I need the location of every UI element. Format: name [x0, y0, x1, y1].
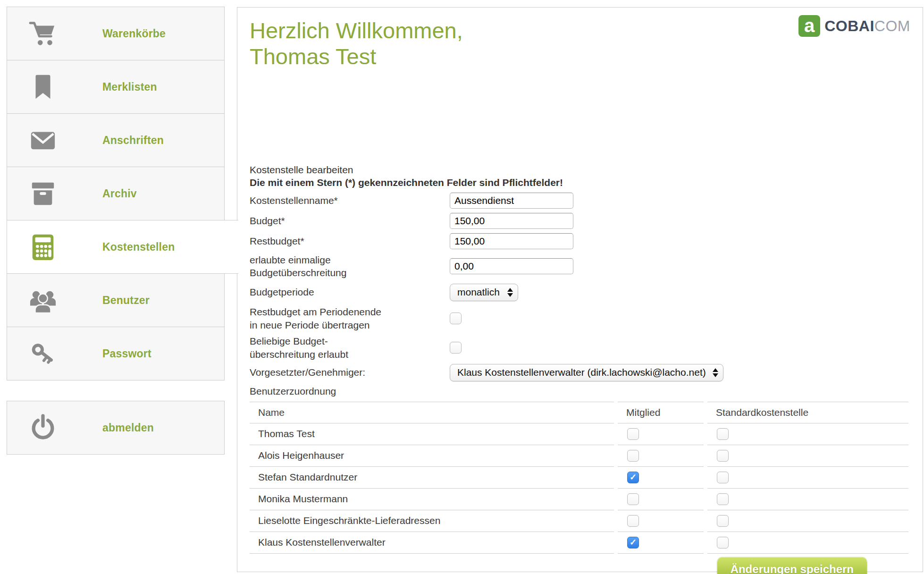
sidebar-item-archiv[interactable]: Archiv [7, 167, 225, 220]
kostenstelle-form: Kostenstelle bearbeiten Die mit einem St… [250, 164, 915, 574]
page: { "colors": { "accent_green": "#8ca93d",… [0, 0, 924, 574]
table-row: Monika Mustermann [250, 489, 908, 510]
required-fields-note: Die mit einem Stern (*) gekennzeichneten… [250, 177, 915, 188]
standardkostenstelle-checkbox[interactable] [717, 493, 729, 505]
calculator-icon [25, 233, 61, 261]
mitglied-checkbox[interactable] [627, 493, 639, 505]
logo-mark-icon: a [798, 15, 820, 37]
column-header-standardkostenstelle: Standardkostenstelle [707, 402, 908, 423]
sidebar-item-label: Archiv [102, 187, 137, 200]
vorgesetzter-label: Vorgesetzter/Genehmiger: [250, 366, 450, 379]
logo-text-light: COM [874, 17, 910, 35]
archive-icon [25, 180, 61, 207]
standardkostenstelle-checkbox[interactable] [717, 537, 729, 549]
page-title: Herzlich Willkommen, Thomas Test [250, 18, 463, 70]
save-changes-button[interactable]: Änderungen speichern [717, 557, 867, 574]
sidebar-item-label: Anschriften [102, 134, 164, 147]
table-row: Stefan Standardnutzer [250, 467, 908, 489]
sidebar-item-kostenstellen[interactable]: Kostenstellen [7, 220, 238, 274]
column-header-mitglied: Mitglied [618, 402, 704, 423]
mitglied-checkbox[interactable] [627, 428, 639, 440]
cart-icon [25, 20, 61, 47]
budgetueberschreitung-label: erlaubte einmalige Budgetüberschreitung [250, 253, 450, 279]
sidebar: Warenkörbe Merklisten Anschriften Archiv [7, 7, 225, 455]
vorgesetzter-select[interactable]: Klaus Kostenstellenverwalter (dirk.lacho… [450, 364, 723, 381]
kostenstellenname-input[interactable] [450, 193, 573, 209]
benutzerzuordnung-table: Name Mitglied Standardkostenstelle Thoma… [246, 402, 912, 554]
user-name: Lieselotte Eingeschränkte-Lieferadressen [250, 510, 614, 532]
sidebar-item-label: Merklisten [102, 81, 157, 93]
user-name: Alois Heigenhauser [250, 445, 614, 467]
budgetperiode-label: Budgetperiode [250, 286, 450, 298]
brand-logo: a COBAICOM [798, 15, 910, 37]
page-title-line2: Thomas Test [250, 44, 463, 70]
standardkostenstelle-checkbox[interactable] [717, 515, 729, 527]
table-row: Thomas Test [250, 423, 908, 445]
sidebar-item-abmelden[interactable]: abmelden [7, 401, 225, 455]
restbudget-label: Restbudget* [250, 235, 450, 247]
users-icon [25, 287, 61, 314]
budgetueberschreitung-input[interactable] [450, 258, 573, 274]
user-name: Thomas Test [250, 423, 614, 445]
table-header-row: Name Mitglied Standardkostenstelle [250, 402, 908, 423]
standardkostenstelle-checkbox[interactable] [717, 450, 729, 462]
user-name: Stefan Standardnutzer [250, 467, 614, 489]
sidebar-item-label: Warenkörbe [102, 27, 166, 40]
table-row: Lieselotte Eingeschränkte-Lieferadressen [250, 510, 908, 532]
mitglied-checkbox[interactable] [627, 515, 639, 527]
benutzerzuordnung-label: Benutzerzuordnung [250, 386, 915, 397]
envelope-icon [25, 127, 61, 154]
user-name: Klaus Kostenstellenverwalter [250, 532, 614, 554]
main-panel: Herzlich Willkommen, Thomas Test a COBAI… [237, 7, 923, 572]
mitglied-checkbox[interactable] [627, 472, 639, 483]
budget-label: Budget* [250, 214, 450, 227]
sidebar-item-benutzer[interactable]: Benutzer [7, 273, 225, 327]
logo-text-bold: COBAI [824, 17, 874, 35]
restbudget-uebertrag-checkbox[interactable] [450, 312, 462, 324]
select-stepper-icon [713, 368, 718, 377]
sidebar-item-label: abmelden [102, 422, 154, 434]
sidebar-item-warenkoerbe[interactable]: Warenkörbe [7, 7, 225, 60]
table-row: Alois Heigenhauser [250, 445, 908, 467]
budgetperiode-select[interactable]: monatlich [450, 284, 518, 301]
key-icon [25, 339, 61, 368]
form-title: Kostenstelle bearbeiten [250, 164, 915, 176]
restbudget-input[interactable] [450, 233, 573, 249]
standardkostenstelle-checkbox[interactable] [717, 428, 729, 440]
standardkostenstelle-checkbox[interactable] [717, 472, 729, 483]
sidebar-item-label: Passwort [102, 347, 151, 360]
sidebar-item-label: Kostenstellen [102, 241, 175, 253]
user-name: Monika Mustermann [250, 489, 614, 510]
power-icon [25, 414, 61, 442]
page-title-line1: Herzlich Willkommen, [250, 18, 463, 44]
restbudget-uebertrag-label: Restbudget am Periodenende in neue Perio… [250, 305, 450, 331]
sidebar-item-passwort[interactable]: Passwort [7, 327, 225, 380]
mitglied-checkbox[interactable] [627, 450, 639, 462]
sidebar-item-anschriften[interactable]: Anschriften [7, 113, 225, 167]
select-stepper-icon [507, 288, 513, 297]
budget-input[interactable] [450, 213, 573, 229]
sidebar-item-label: Benutzer [102, 294, 150, 307]
kostenstellenname-label: Kostenstellenname* [250, 194, 450, 207]
mitglied-checkbox[interactable] [627, 537, 639, 549]
bookmark-icon [25, 73, 61, 101]
sidebar-item-merklisten[interactable]: Merklisten [7, 60, 225, 114]
beliebige-ueberschreitung-checkbox[interactable] [450, 342, 462, 354]
column-header-name: Name [250, 402, 614, 423]
beliebige-ueberschreitung-label: Beliebige Budget- überschreitung erlaubt [250, 335, 450, 361]
table-row: Klaus Kostenstellenverwalter [250, 532, 908, 554]
